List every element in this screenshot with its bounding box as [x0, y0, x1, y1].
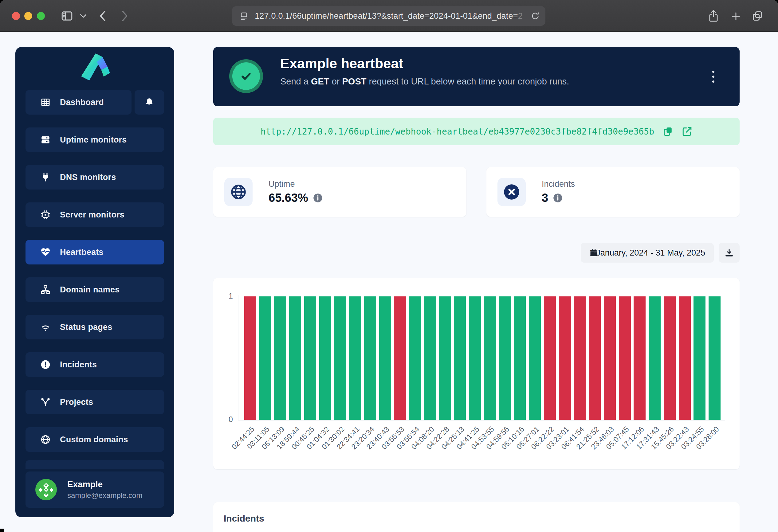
back-icon[interactable] — [98, 10, 107, 22]
chart-bar-down[interactable] — [244, 296, 256, 420]
sidebar-item-label: DNS monitors — [60, 173, 116, 182]
sidebar-item-label: Uptime monitors — [60, 135, 127, 145]
heart-pulse-icon — [40, 247, 51, 257]
profile-email: sample@example.com — [67, 491, 142, 500]
chart-bar-up[interactable] — [424, 296, 436, 420]
sidebar-item-uptime-monitors[interactable]: Uptime monitors — [25, 127, 164, 152]
sidebar-item-incidents[interactable]: Incidents — [25, 352, 164, 377]
window-minimize-button[interactable] — [24, 12, 32, 20]
chart-bar-up[interactable] — [304, 296, 316, 420]
sidebar-item-label: Dashboard — [60, 98, 104, 107]
globe-icon — [40, 434, 51, 445]
chart-bar-up[interactable] — [409, 296, 421, 420]
incidents-stat-card: Incidents 3 — [486, 167, 740, 217]
window-close-button[interactable] — [12, 12, 20, 20]
y-tick-label: 0 — [222, 415, 233, 424]
status-up-badge — [229, 59, 263, 93]
chart-bar-down[interactable] — [544, 296, 556, 420]
chart-bar-down[interactable] — [394, 296, 406, 420]
sidebar-item-heartbeats[interactable]: Heartbeats — [25, 240, 164, 264]
copy-icon[interactable] — [663, 126, 673, 137]
y-axis-line — [238, 295, 238, 421]
date-range-picker[interactable]: 1 January, 2024 - 31 May, 2025 — [581, 243, 714, 263]
sidebar-toggle-icon[interactable] — [60, 9, 74, 22]
subtitle-part: POST — [342, 77, 367, 86]
chart-bar-down[interactable] — [664, 296, 676, 420]
share-icon[interactable] — [708, 9, 719, 23]
new-tab-icon[interactable] — [731, 11, 741, 21]
chart-bar-up[interactable] — [289, 296, 301, 420]
chart-bar-up[interactable] — [334, 296, 346, 420]
profile-card[interactable]: Example sample@example.com — [25, 471, 164, 508]
tabs-overview-icon[interactable] — [752, 10, 763, 22]
info-icon[interactable] — [313, 193, 323, 203]
stat-value: 65.63% — [268, 191, 308, 204]
chart-bar-up[interactable] — [709, 296, 720, 420]
chart-bar-up[interactable] — [529, 296, 541, 420]
chart-bar-down[interactable] — [574, 296, 586, 420]
chart-bar-down[interactable] — [604, 296, 616, 420]
check-icon — [232, 62, 260, 90]
wifi-icon — [40, 322, 51, 332]
address-bar[interactable]: 127.0.0.1/66uptime/heartbeat/13?&start_d… — [232, 6, 545, 26]
chart-bar-down[interactable] — [589, 296, 601, 420]
chart-bar-up[interactable] — [319, 296, 331, 420]
chart-bar-up[interactable] — [694, 296, 705, 420]
chevron-down-icon[interactable] — [79, 13, 87, 19]
download-button[interactable] — [719, 243, 740, 263]
chart-bar-up[interactable] — [259, 296, 271, 420]
heartbeat-header-card: Example heartbeat Send a GET or POST req… — [213, 47, 740, 106]
screenshot-artifact — [0, 529, 4, 532]
sidebar-item-status-pages[interactable]: Status pages — [25, 315, 164, 339]
sidebar-item-label: Projects — [60, 397, 93, 407]
kebab-menu-icon[interactable] — [707, 67, 719, 86]
chart-bar-up[interactable] — [439, 296, 451, 420]
chart-bar-up[interactable] — [484, 296, 496, 420]
stat-label: Uptime — [268, 179, 323, 189]
profile-text: Example sample@example.com — [67, 479, 142, 500]
page-body: Dashboard Uptime monitorsDNS monitorsSer… — [0, 32, 778, 532]
sidebar-item-label: Status pages — [60, 323, 112, 332]
globe-stat-icon — [224, 178, 252, 206]
chart-bar-down[interactable] — [559, 296, 571, 420]
bar-chart-plot — [243, 296, 722, 420]
sidebar-item-label: Heartbeats — [60, 248, 103, 257]
notifications-button[interactable] — [135, 90, 164, 114]
sidebar-item-dashboard[interactable]: Dashboard — [25, 90, 132, 114]
chart-bar-down[interactable] — [679, 296, 691, 420]
reload-icon[interactable] — [531, 11, 540, 21]
chart-bar-up[interactable] — [364, 296, 376, 420]
external-link-icon[interactable] — [682, 126, 692, 137]
chart-bar-up[interactable] — [379, 296, 391, 420]
bell-icon — [144, 97, 154, 107]
sidebar-item-partial[interactable] — [25, 460, 164, 469]
window-zoom-button[interactable] — [37, 12, 45, 20]
chip-icon — [40, 209, 51, 220]
sidebar-item-projects[interactable]: Projects — [25, 390, 164, 414]
info-icon[interactable] — [553, 193, 563, 203]
chart-bar-up[interactable] — [499, 296, 511, 420]
chart-bar-up[interactable] — [514, 296, 526, 420]
sidebar-item-server-monitors[interactable]: Server monitors — [25, 202, 164, 227]
sidebar-item-domain-names[interactable]: Domain names — [25, 277, 164, 302]
page-icon[interactable] — [239, 11, 249, 21]
chart-bar-up[interactable] — [349, 296, 361, 420]
sidebar-item-dns-monitors[interactable]: DNS monitors — [25, 165, 164, 189]
chart-bar-up[interactable] — [649, 296, 660, 420]
app-logo[interactable] — [15, 53, 174, 82]
address-bar-url: 127.0.0.1/66uptime/heartbeat/13?&start_d… — [255, 11, 523, 21]
subtitle-part: or — [329, 77, 342, 86]
chart-bar-up[interactable] — [469, 296, 481, 420]
chart-bar-up[interactable] — [274, 296, 286, 420]
chart-bar-down[interactable] — [619, 296, 631, 420]
profile-name: Example — [67, 479, 142, 489]
chart-bar-down[interactable] — [634, 296, 645, 420]
uptime-stat-card: Uptime 65.63% — [213, 167, 466, 217]
plug-icon — [40, 172, 51, 182]
caret-down-icon — [589, 249, 596, 256]
sidebar-item-custom-domains[interactable]: Custom domains — [25, 427, 164, 452]
screen: 127.0.0.1/66uptime/heartbeat/13?&start_d… — [0, 0, 778, 532]
chart-bar-up[interactable] — [454, 296, 466, 420]
sidebar-item-label: Incidents — [60, 360, 97, 369]
webhook-url: http://127.0.0.1/66uptime/webhook-heartb… — [260, 126, 654, 137]
